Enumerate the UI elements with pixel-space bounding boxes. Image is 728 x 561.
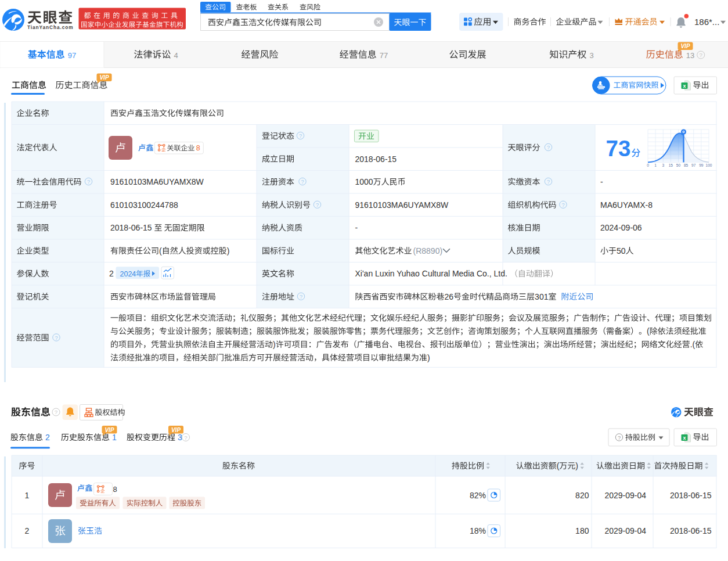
svg-text:MA6UYAMX-8: MA6UYAMX-8 [600, 200, 653, 210]
svg-text:?: ? [561, 202, 564, 208]
svg-text:85: 85 [684, 163, 689, 167]
svg-text:2018-06-15: 2018-06-15 [670, 526, 712, 535]
svg-text:50: 50 [676, 163, 681, 167]
svg-text:50: 50 [617, 246, 626, 256]
svg-text:1: 1 [654, 163, 657, 167]
svg-text:97: 97 [691, 163, 696, 167]
svg-text:?: ? [55, 335, 57, 341]
svg-text:77: 77 [380, 51, 388, 60]
svg-text:?: ? [299, 133, 302, 139]
svg-text:1: 1 [25, 491, 30, 500]
svg-text:2018-06-15: 2018-06-15 [670, 491, 712, 500]
svg-text:?: ? [87, 179, 90, 185]
svg-text:99: 99 [699, 163, 704, 167]
svg-text:2029-09-04: 2029-09-04 [604, 526, 646, 535]
svg-text:1000: 1000 [355, 177, 373, 186]
svg-text:82%: 82% [470, 491, 486, 500]
svg-text:.(: .( [690, 340, 695, 349]
svg-text:820: 820 [575, 491, 589, 500]
svg-text:73: 73 [606, 136, 631, 161]
svg-text:18%: 18% [470, 526, 486, 535]
svg-text:2029-09-04: 2029-09-04 [604, 491, 646, 500]
svg-text:2024-09-06: 2024-09-06 [600, 223, 642, 232]
svg-text:): ) [427, 353, 430, 362]
svg-text:186*...: 186*... [694, 17, 719, 27]
svg-text:(: ( [557, 461, 560, 470]
svg-text:?: ? [618, 435, 621, 441]
svg-text:91610103MA6UYAMX8W: 91610103MA6UYAMX8W [110, 177, 204, 186]
svg-text:13: 13 [686, 51, 694, 60]
svg-text:VIP: VIP [171, 427, 181, 433]
svg-text:(R8890): (R8890) [413, 246, 443, 256]
svg-text:610103100244788: 610103100244788 [110, 200, 178, 210]
svg-text:3: 3 [178, 433, 182, 442]
svg-text:): ) [227, 246, 230, 256]
svg-text:2018-06-15: 2018-06-15 [110, 223, 152, 232]
svg-text:?: ? [547, 179, 550, 185]
svg-text:x: x [683, 83, 686, 89]
svg-text:?: ? [184, 434, 188, 441]
svg-text:): ) [575, 461, 578, 470]
svg-text:-: - [600, 177, 603, 186]
svg-text:?: ? [301, 179, 304, 185]
svg-text:3: 3 [662, 163, 664, 167]
svg-text:?: ? [700, 52, 703, 58]
svg-text:): ) [273, 340, 276, 349]
svg-text:?: ? [55, 409, 58, 415]
svg-text:180: 180 [575, 526, 589, 535]
svg-text:2024: 2024 [120, 270, 136, 278]
svg-text:8: 8 [113, 485, 117, 494]
svg-text:15: 15 [669, 163, 673, 167]
svg-text:8: 8 [196, 144, 200, 152]
svg-text:VIP: VIP [680, 43, 690, 49]
svg-text:26: 26 [445, 292, 454, 301]
svg-text:2: 2 [109, 269, 114, 278]
svg-text:0: 0 [647, 163, 649, 167]
svg-text:3: 3 [589, 51, 593, 60]
svg-text:?: ? [547, 145, 550, 150]
svg-text:91610103MA6UYAMX8W: 91610103MA6UYAMX8W [355, 200, 449, 210]
svg-text:2018-06-15: 2018-06-15 [355, 154, 397, 164]
svg-text:(: ( [159, 246, 162, 256]
svg-text:(: ( [647, 326, 650, 336]
svg-text:TianYanCha.com: TianYanCha.com [27, 24, 74, 30]
svg-text:2: 2 [25, 526, 30, 535]
svg-text:-: - [355, 223, 358, 232]
svg-text:2: 2 [45, 433, 50, 442]
svg-text:VIP: VIP [99, 74, 109, 81]
svg-text:x: x [683, 435, 686, 441]
svg-text:?: ? [316, 202, 319, 208]
svg-text:?: ? [300, 294, 302, 300]
svg-text:Xi'an Luxin Yuhao Cultural Med: Xi'an Luxin Yuhao Cultural Media Co., Lt… [355, 269, 507, 278]
svg-text:100: 100 [705, 163, 712, 167]
svg-text:97: 97 [68, 51, 76, 60]
svg-text:VIP: VIP [104, 427, 114, 433]
svg-text:301: 301 [535, 292, 549, 301]
svg-text:4: 4 [174, 51, 178, 60]
svg-text:1: 1 [112, 433, 117, 442]
